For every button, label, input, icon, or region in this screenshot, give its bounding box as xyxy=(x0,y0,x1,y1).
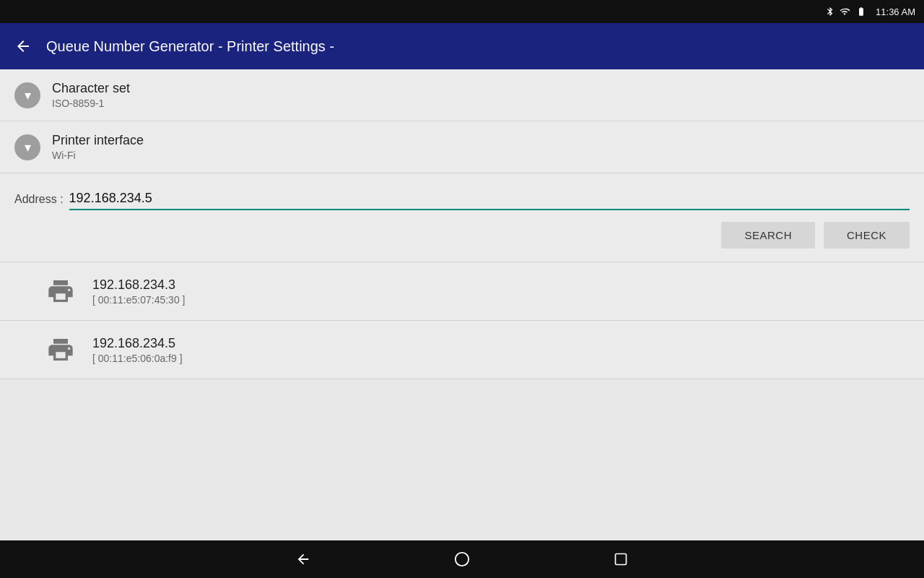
buttons-row: SEARCH CHECK xyxy=(14,213,910,254)
printer-svg-2 xyxy=(46,335,75,364)
page-title: Queue Number Generator - Printer Setting… xyxy=(46,38,334,55)
character-set-value: ISO-8859-1 xyxy=(52,98,130,109)
printer-item-2[interactable]: 192.168.234.5 [ 00:11:e5:06:0a:f9 ] xyxy=(0,321,924,379)
address-row: Address : xyxy=(14,188,910,210)
main-content: Character set ISO-8859-1 Printer interfa… xyxy=(0,69,924,379)
bluetooth-icon xyxy=(825,7,835,17)
home-nav-button[interactable] xyxy=(448,545,476,574)
back-nav-button[interactable] xyxy=(289,545,318,574)
printer-info-2: 192.168.234.5 [ 00:11:e5:06:0a:f9 ] xyxy=(92,336,183,364)
printer-ip-2: 192.168.234.5 xyxy=(92,336,183,351)
printer-ip-1: 192.168.234.3 xyxy=(92,277,185,293)
printer-interface-value: Wi-Fi xyxy=(52,150,144,161)
character-set-dropdown-icon[interactable] xyxy=(14,82,40,108)
printer-list: 192.168.234.3 [ 00:11:e5:07:45:30 ] 192.… xyxy=(0,262,924,379)
address-label: Address : xyxy=(14,193,64,210)
character-set-label: Character set xyxy=(52,81,130,96)
recents-nav-button[interactable] xyxy=(606,545,635,574)
printer-mac-1: [ 00:11:e5:07:45:30 ] xyxy=(92,294,185,306)
battery-icon xyxy=(854,7,868,17)
status-icons: 11:36 AM xyxy=(825,7,915,17)
nav-bar xyxy=(0,540,924,578)
printer-icon-2 xyxy=(43,332,78,367)
wifi-icon xyxy=(840,7,850,17)
search-button[interactable]: SEARCH xyxy=(721,222,815,249)
back-button[interactable] xyxy=(14,38,32,55)
printer-svg-1 xyxy=(46,277,75,306)
status-time: 11:36 AM xyxy=(876,7,915,17)
printer-item-1[interactable]: 192.168.234.3 [ 00:11:e5:07:45:30 ] xyxy=(0,262,924,321)
svg-rect-1 xyxy=(616,554,627,565)
printer-icon-1 xyxy=(43,274,78,309)
printer-interface-text: Printer interface Wi-Fi xyxy=(52,133,144,161)
status-bar: 11:36 AM xyxy=(0,0,924,23)
address-input-wrapper xyxy=(69,188,910,210)
character-set-text: Character set ISO-8859-1 xyxy=(52,81,130,109)
svg-point-0 xyxy=(456,553,468,566)
check-button[interactable]: CHECK xyxy=(824,222,910,249)
printer-interface-label: Printer interface xyxy=(52,133,144,148)
address-input[interactable] xyxy=(69,188,910,209)
printer-mac-2: [ 00:11:e5:06:0a:f9 ] xyxy=(92,353,183,364)
top-bar: Queue Number Generator - Printer Setting… xyxy=(0,23,924,69)
printer-interface-row[interactable]: Printer interface Wi-Fi xyxy=(0,121,924,173)
printer-interface-dropdown-icon[interactable] xyxy=(14,134,40,160)
character-set-row[interactable]: Character set ISO-8859-1 xyxy=(0,69,924,121)
address-section: Address : SEARCH CHECK xyxy=(0,173,924,262)
printer-info-1: 192.168.234.3 [ 00:11:e5:07:45:30 ] xyxy=(92,277,185,306)
